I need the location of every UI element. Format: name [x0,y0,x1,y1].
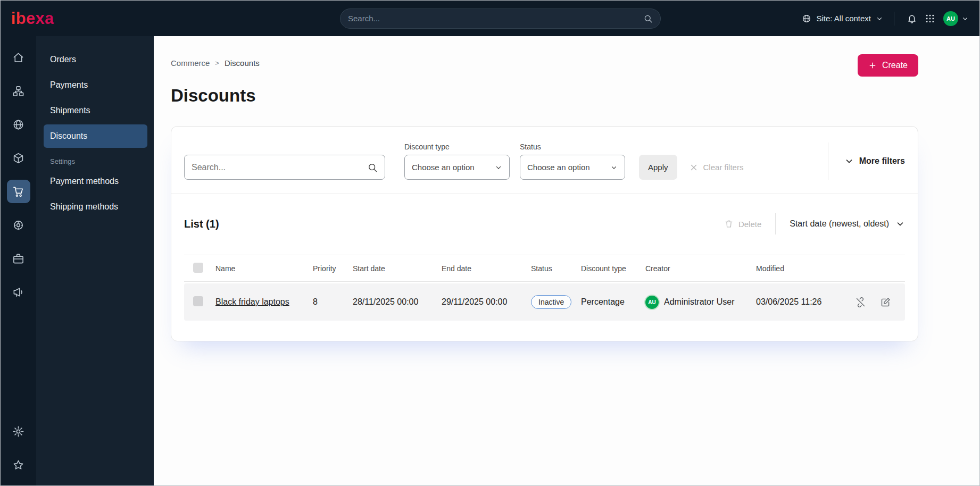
sort-dropdown[interactable]: Start date (newest, oldest) [775,213,905,234]
plus-icon [868,61,877,70]
col-header-start-date: Start date [349,264,438,273]
sidebar: Orders Payments Shipments Discounts Sett… [36,36,154,485]
col-header-name: Name [212,264,309,273]
select-all-checkbox[interactable] [193,263,203,273]
cell-end-date: 29/11/2025 00:00 [438,297,527,307]
more-filters-toggle[interactable]: More filters [828,143,905,180]
cart-icon [12,186,24,198]
user-avatar[interactable]: AU [943,11,958,26]
discount-type-label: Discount type [404,143,510,151]
col-header-status: Status [527,264,577,273]
rail-item-campaigns[interactable] [7,280,30,304]
chevron-down-icon [895,219,905,229]
search-icon[interactable] [367,162,378,173]
star-icon [12,459,24,471]
discount-name-link[interactable]: Black friday laptops [215,297,289,306]
table-row: Black friday laptops 8 28/11/2025 00:00 … [184,283,905,321]
target-icon [12,219,24,231]
global-search-input[interactable] [348,14,643,23]
ibexa-logo[interactable]: ibexa [11,9,54,28]
edit-button[interactable] [880,297,891,308]
discount-type-select[interactable]: Choose an option [404,155,510,180]
creator-avatar: AU [645,296,659,309]
status-value: Choose an option [527,163,590,172]
rail-item-dashboard[interactable] [7,46,30,69]
table-header-row: Name Priority Start date End date Status… [184,255,905,282]
discounts-table: Name Priority Start date End date Status… [171,255,918,341]
bell-icon [907,13,917,24]
col-header-modified: Modified [752,264,846,273]
col-header-end-date: End date [438,264,527,273]
discount-type-field: Discount type Choose an option [404,143,510,180]
briefcase-icon [12,253,24,265]
body: Orders Payments Shipments Discounts Sett… [1,36,979,485]
cell-creator: AU Administrator User [642,296,752,309]
apps-grid-icon [925,13,935,24]
sidebar-settings-menu: Payment methods Shipping methods [36,170,154,219]
rail-item-products[interactable] [7,146,30,170]
col-header-priority: Priority [309,264,349,273]
cell-start-date: 28/11/2025 00:00 [349,297,438,307]
sidebar-item-discounts[interactable]: Discounts [44,124,147,148]
rail-item-workflow[interactable] [7,247,30,270]
rail-item-personalization[interactable] [7,213,30,237]
home-icon [12,52,24,64]
apply-button[interactable]: Apply [639,155,677,180]
chevron-down-icon [495,164,502,171]
gear-icon [12,425,24,438]
global-search[interactable] [340,9,661,29]
apps-grid-button[interactable] [921,10,939,28]
clear-x-icon [689,163,699,172]
cube-icon [12,152,24,164]
chevron-down-icon [961,15,969,22]
delete-button[interactable]: Delete [724,219,761,229]
sidebar-item-payments[interactable]: Payments [44,73,147,97]
unlink-icon [855,297,866,308]
user-menu[interactable]: AU [943,11,969,26]
sidebar-item-shipping-methods[interactable]: Shipping methods [44,195,147,219]
list-header: List (1) Delete Start date (newest, olde… [171,194,918,255]
rail-item-site[interactable] [7,113,30,136]
sidebar-item-shipments[interactable]: Shipments [44,99,147,122]
status-select[interactable]: Choose an option [520,155,625,180]
edit-icon [880,297,891,308]
breadcrumb-commerce[interactable]: Commerce [171,58,210,68]
discount-type-value: Choose an option [412,163,475,172]
breadcrumb-separator: > [215,59,219,67]
breadcrumb-discounts[interactable]: Discounts [225,58,260,68]
discounts-panel: Discount type Choose an option Status [171,126,918,341]
chevron-down-icon [844,156,854,166]
deactivate-button[interactable] [855,297,866,308]
site-context-label: Site: All context [816,14,871,23]
sidebar-item-orders[interactable]: Orders [44,48,147,71]
sidebar-item-payment-methods[interactable]: Payment methods [44,170,147,193]
status-badge: Inactive [531,295,571,309]
topbar-divider [894,12,894,26]
filter-search-input[interactable] [192,163,367,172]
rail-item-content[interactable] [7,79,30,103]
create-button[interactable]: Create [858,54,918,77]
site-context-selector[interactable]: Site: All context [802,14,883,23]
list-actions: Delete Start date (newest, oldest) [724,213,905,234]
trash-icon [724,219,734,229]
col-header-discount-type: Discount type [577,264,642,273]
cell-priority: 8 [309,297,349,307]
row-actions [846,297,905,308]
rail-item-settings[interactable] [7,420,30,443]
topbar-right: Site: All context AU [802,10,969,28]
clear-filters-button[interactable]: Clear filters [689,155,744,180]
search-icon[interactable] [643,14,653,23]
filter-search[interactable] [184,155,385,180]
creator-name: Administrator User [664,297,734,307]
row-checkbox[interactable] [193,296,203,306]
status-label: Status [520,143,625,151]
clear-filters-label: Clear filters [703,163,744,172]
rail-item-bookmarks[interactable] [7,453,30,476]
sidebar-settings-label: Settings [50,157,154,165]
notifications-button[interactable] [903,10,921,28]
sitemap-icon [12,85,24,97]
rail-item-commerce[interactable] [7,180,30,203]
icon-rail [1,36,36,485]
globe-icon [802,14,811,23]
megaphone-icon [12,286,24,298]
